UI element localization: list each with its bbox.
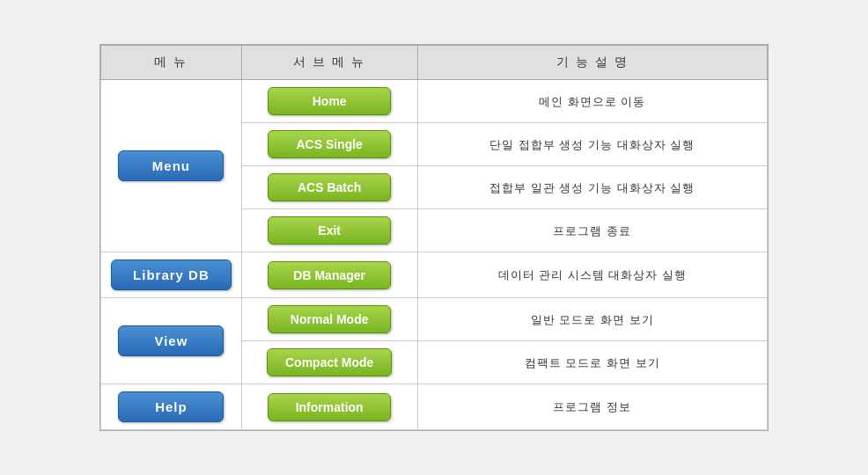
menu-cell: Library DB	[101, 252, 242, 298]
header-desc: 기 능 설 명	[417, 46, 767, 80]
desc-cell: 프로그램 정보	[417, 384, 767, 430]
submenu-button[interactable]: Exit	[268, 216, 391, 245]
desc-cell: 단일 접합부 생성 기능 대화상자 실행	[417, 123, 767, 166]
menu-table: 메 뉴 서 브 메 뉴 기 능 설 명 MenuHome메인 화면으로 이동AC…	[100, 45, 768, 430]
menu-cell: Help	[101, 384, 242, 430]
menu-button[interactable]: View	[118, 325, 224, 356]
submenu-cell: Home	[241, 80, 417, 123]
desc-cell: 메인 화면으로 이동	[417, 80, 767, 123]
main-table-wrapper: 메 뉴 서 브 메 뉴 기 능 설 명 MenuHome메인 화면으로 이동AC…	[99, 44, 769, 431]
submenu-cell: ACS Batch	[241, 166, 417, 209]
submenu-button[interactable]: ACS Batch	[268, 173, 391, 201]
desc-text: 단일 접합부 생성 기능 대화상자 실행	[489, 138, 695, 151]
menu-cell: View	[101, 298, 242, 384]
desc-text: 프로그램 종료	[553, 224, 631, 238]
submenu-cell: Information	[241, 384, 417, 430]
desc-text: 컴팩트 모드로 화면 보기	[525, 356, 660, 369]
submenu-button[interactable]: DB Manager	[268, 261, 391, 289]
header-menu: 메 뉴	[101, 46, 242, 80]
menu-button[interactable]: Library DB	[111, 259, 232, 290]
table-row: HelpInformation프로그램 정보	[101, 384, 768, 430]
desc-text: 접합부 일관 생성 기능 대화상자 실행	[489, 181, 695, 194]
submenu-button[interactable]: Normal Mode	[268, 305, 391, 333]
desc-text: 메인 화면으로 이동	[539, 95, 645, 108]
desc-cell: 컴팩트 모드로 화면 보기	[417, 341, 767, 384]
desc-text: 일반 모드로 화면 보기	[531, 313, 654, 326]
submenu-button[interactable]: Information	[268, 393, 391, 421]
table-row: MenuHome메인 화면으로 이동	[101, 80, 768, 123]
submenu-button[interactable]: ACS Single	[268, 130, 391, 158]
menu-button[interactable]: Help	[118, 391, 224, 422]
submenu-cell: DB Manager	[241, 252, 417, 298]
submenu-cell: Normal Mode	[241, 298, 417, 341]
submenu-cell: Exit	[241, 209, 417, 252]
header-submenu: 서 브 메 뉴	[241, 46, 417, 80]
table-row: ViewNormal Mode일반 모드로 화면 보기	[101, 298, 768, 341]
menu-button[interactable]: Menu	[118, 150, 224, 181]
submenu-button[interactable]: Home	[268, 87, 391, 115]
desc-cell: 접합부 일관 생성 기능 대화상자 실행	[417, 166, 767, 209]
desc-cell: 프로그램 종료	[417, 209, 767, 252]
desc-cell: 일반 모드로 화면 보기	[417, 298, 767, 341]
submenu-button[interactable]: Compact Mode	[267, 348, 392, 376]
submenu-cell: ACS Single	[241, 123, 417, 166]
table-header-row: 메 뉴 서 브 메 뉴 기 능 설 명	[101, 46, 768, 80]
desc-text: 데이터 관리 시스템 대화상자 실행	[498, 268, 687, 281]
table-row: Library DBDB Manager데이터 관리 시스템 대화상자 실행	[101, 252, 768, 298]
menu-cell: Menu	[101, 80, 242, 252]
submenu-cell: Compact Mode	[241, 341, 417, 384]
desc-text: 프로그램 정보	[553, 400, 631, 413]
desc-cell: 데이터 관리 시스템 대화상자 실행	[417, 252, 767, 298]
